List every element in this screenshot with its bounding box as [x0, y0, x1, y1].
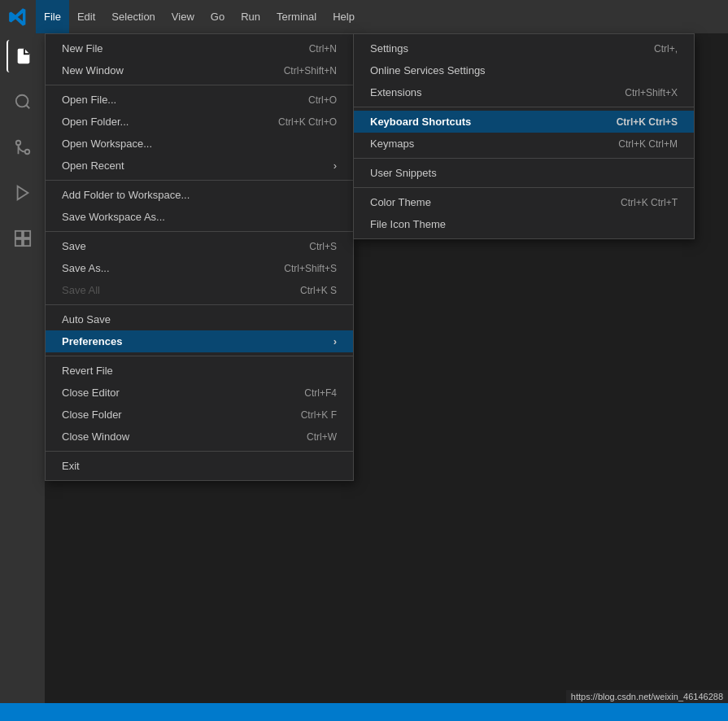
pref-online-services[interactable]: Online Services Settings: [354, 59, 694, 81]
svg-rect-6: [23, 231, 29, 238]
menubar-run[interactable]: Run: [233, 0, 268, 33]
svg-marker-4: [17, 186, 28, 200]
menu-auto-save[interactable]: Auto Save: [46, 308, 353, 330]
svg-rect-8: [15, 239, 21, 246]
menu-save-workspace-as[interactable]: Save Workspace As...: [46, 206, 353, 228]
files-icon[interactable]: [7, 40, 39, 72]
menu-add-folder[interactable]: Add Folder to Workspace...: [46, 184, 353, 206]
pref-user-snippets[interactable]: User Snippets: [354, 162, 694, 184]
extensions-icon[interactable]: [7, 222, 39, 255]
menu-new-window[interactable]: New Window Ctrl+Shift+N: [46, 59, 353, 81]
source-control-icon[interactable]: [7, 131, 39, 164]
separator-6: [46, 451, 353, 452]
menu-open-recent[interactable]: Open Recent ›: [46, 155, 353, 177]
menubar-view[interactable]: View: [163, 0, 203, 33]
separator-2: [46, 180, 353, 181]
pref-separator-2: [354, 158, 694, 159]
vscode-logo: [7, 6, 29, 28]
menu-save-as[interactable]: Save As... Ctrl+Shift+S: [46, 257, 353, 279]
menu-revert-file[interactable]: Revert File: [46, 360, 353, 382]
preferences-submenu: Settings Ctrl+, Online Services Settings…: [353, 33, 695, 239]
svg-point-0: [15, 95, 28, 107]
file-menu: New File Ctrl+N New Window Ctrl+Shift+N …: [45, 33, 354, 481]
svg-line-1: [26, 105, 29, 108]
pref-keyboard-shortcuts[interactable]: Keyboard Shortcuts Ctrl+K Ctrl+S: [354, 111, 694, 133]
menubar-terminal[interactable]: Terminal: [268, 0, 325, 33]
menubar-file[interactable]: File: [36, 0, 69, 33]
menu-open-folder[interactable]: Open Folder... Ctrl+K Ctrl+O: [46, 111, 353, 133]
svg-point-3: [15, 141, 20, 146]
pref-extensions[interactable]: Extensions Ctrl+Shift+X: [354, 81, 694, 103]
search-icon[interactable]: [7, 85, 39, 118]
menu-close-folder[interactable]: Close Folder Ctrl+K F: [46, 404, 353, 426]
menu-new-file[interactable]: New File Ctrl+N: [46, 37, 353, 59]
statusbar: [0, 703, 728, 721]
pref-separator-1: [354, 107, 694, 107]
svg-rect-5: [15, 231, 21, 238]
menubar-go[interactable]: Go: [203, 0, 233, 33]
menubar-edit[interactable]: Edit: [69, 0, 103, 33]
separator-5: [46, 356, 353, 356]
separator-3: [46, 231, 353, 232]
menu-close-editor[interactable]: Close Editor Ctrl+F4: [46, 382, 353, 404]
menu-preferences[interactable]: Preferences ›: [46, 330, 353, 352]
pref-color-theme[interactable]: Color Theme Ctrl+K Ctrl+T: [354, 191, 694, 213]
menu-exit[interactable]: Exit: [46, 455, 353, 477]
menu-save[interactable]: Save Ctrl+S: [46, 235, 353, 257]
menu-close-window[interactable]: Close Window Ctrl+W: [46, 426, 353, 448]
menubar-selection[interactable]: Selection: [103, 0, 163, 33]
svg-rect-7: [23, 239, 29, 246]
menu-open-file[interactable]: Open File... Ctrl+O: [46, 89, 353, 111]
sidebar: [0, 33, 45, 721]
menubar-help[interactable]: Help: [325, 0, 363, 33]
separator-1: [46, 85, 353, 85]
menubar: File Edit Selection View Go Run Terminal…: [0, 0, 728, 33]
pref-settings[interactable]: Settings Ctrl+,: [354, 37, 694, 59]
debug-icon[interactable]: [7, 177, 39, 209]
menu-save-all: Save All Ctrl+K S: [46, 279, 353, 301]
separator-4: [46, 304, 353, 305]
pref-file-icon-theme[interactable]: File Icon Theme: [354, 213, 694, 235]
pref-keymaps[interactable]: Keymaps Ctrl+K Ctrl+M: [354, 133, 694, 155]
pref-separator-3: [354, 187, 694, 188]
menu-open-workspace[interactable]: Open Workspace...: [46, 133, 353, 155]
svg-point-2: [24, 150, 29, 155]
url-tooltip: https://blog.csdn.net/weixin_46146288: [566, 690, 728, 703]
